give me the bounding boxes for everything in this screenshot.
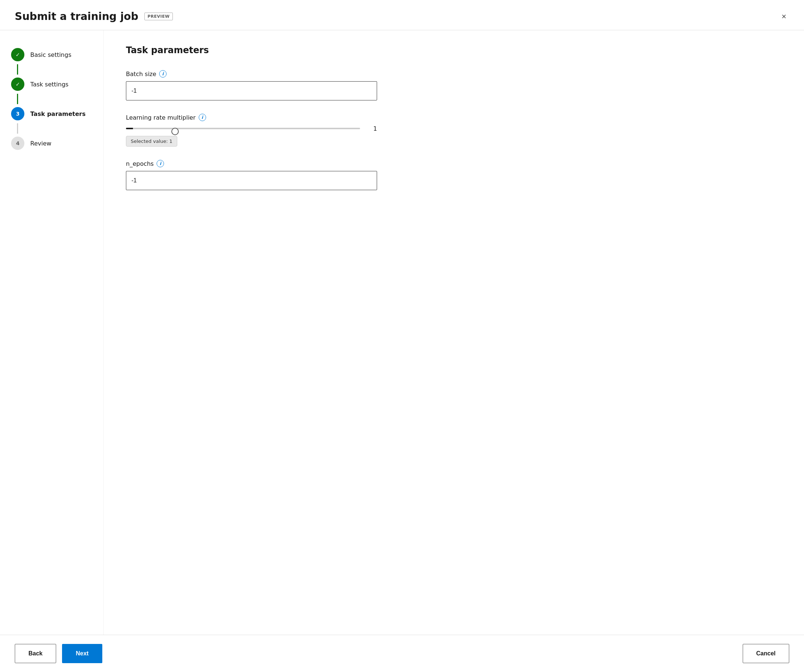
batch-size-label-text: Batch size	[126, 70, 156, 78]
learning-rate-label: Learning rate multiplier i	[126, 114, 782, 121]
sidebar-item-label-basic-settings: Basic settings	[30, 51, 71, 58]
dialog-title: Submit a training job	[15, 10, 139, 23]
section-title: Task parameters	[126, 45, 782, 55]
sidebar-item-label-review: Review	[30, 140, 51, 147]
slider-tooltip: Selected value: 1	[126, 136, 177, 147]
n-epochs-info-icon[interactable]: i	[157, 160, 164, 167]
learning-rate-slider-container: 1 Selected value: 1	[126, 125, 377, 147]
preview-badge: PREVIEW	[144, 13, 173, 20]
batch-size-label: Batch size i	[126, 70, 782, 78]
step-icon-basic-settings: ✓	[11, 48, 25, 61]
dialog-header: Submit a training job PREVIEW ×	[0, 0, 804, 30]
step-icon-review: 4	[11, 137, 25, 150]
sidebar-item-task-parameters[interactable]: 3 Task parameters	[11, 104, 92, 123]
batch-size-input[interactable]	[126, 81, 377, 100]
sidebar-item-basic-settings[interactable]: ✓ Basic settings	[11, 45, 92, 64]
step-icon-task-parameters: 3	[11, 107, 25, 121]
sidebar-item-label-task-parameters: Task parameters	[30, 110, 86, 117]
cancel-button[interactable]: Cancel	[743, 644, 789, 663]
slider-wrapper	[126, 125, 360, 132]
sidebar: ✓ Basic settings ✓ Task settings 3 Task …	[0, 30, 103, 635]
sidebar-item-task-settings[interactable]: ✓ Task settings	[11, 75, 92, 94]
n-epochs-label-text: n_epochs	[126, 160, 154, 167]
step-number: 3	[16, 111, 20, 117]
step-icon-task-settings: ✓	[11, 78, 25, 91]
close-button[interactable]: ×	[778, 11, 789, 22]
sidebar-item-review[interactable]: 4 Review	[11, 134, 92, 153]
learning-rate-field-group: Learning rate multiplier i 1 Selected va…	[126, 114, 782, 147]
learning-rate-info-icon[interactable]: i	[199, 114, 206, 121]
footer-left: Back Next	[15, 644, 102, 663]
main-content: Task parameters Batch size i Learning ra…	[103, 30, 804, 635]
dialog-body: ✓ Basic settings ✓ Task settings 3 Task …	[0, 30, 804, 635]
checkmark-icon: ✓	[16, 52, 20, 58]
back-button[interactable]: Back	[15, 644, 56, 663]
n-epochs-input[interactable]	[126, 171, 377, 190]
sidebar-item-label-task-settings: Task settings	[30, 81, 68, 88]
batch-size-info-icon[interactable]: i	[159, 70, 167, 78]
step-connector-3	[17, 123, 18, 134]
dialog-title-area: Submit a training job PREVIEW	[15, 10, 173, 23]
slider-value-display: 1	[366, 125, 377, 132]
step-number: 4	[16, 140, 20, 146]
step-connector-2	[17, 94, 18, 104]
n-epochs-field-group: n_epochs i	[126, 160, 782, 190]
checkmark-icon: ✓	[16, 81, 20, 87]
dialog-footer: Back Next Cancel	[0, 635, 804, 672]
learning-rate-slider[interactable]	[126, 128, 360, 129]
next-button[interactable]: Next	[62, 644, 102, 663]
learning-rate-label-text: Learning rate multiplier	[126, 114, 196, 121]
step-connector-1	[17, 64, 18, 75]
n-epochs-label: n_epochs i	[126, 160, 782, 167]
submit-training-job-dialog: Submit a training job PREVIEW × ✓ Basic …	[0, 0, 804, 672]
slider-row: 1	[126, 125, 377, 132]
batch-size-field-group: Batch size i	[126, 70, 782, 100]
